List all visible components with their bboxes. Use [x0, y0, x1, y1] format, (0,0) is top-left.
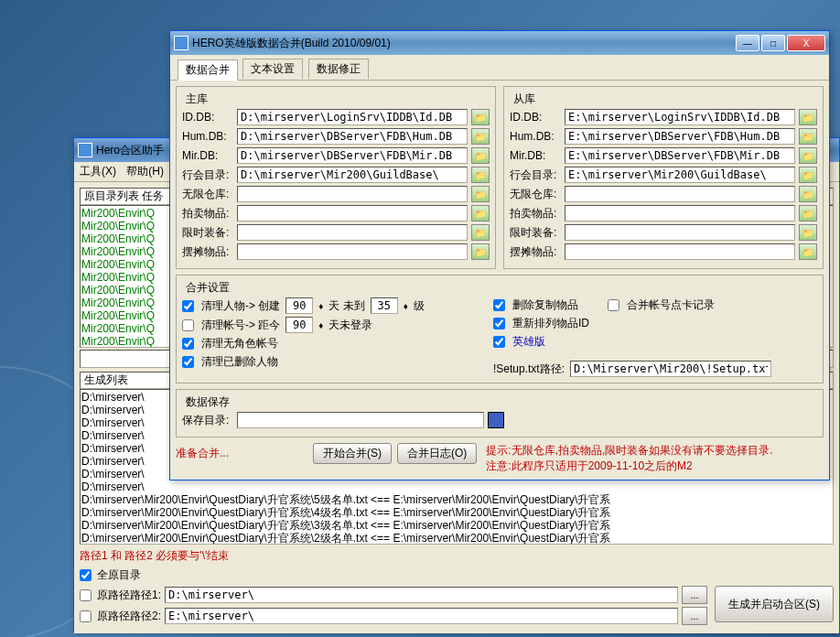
save-dir-label: 保存目录:: [182, 413, 233, 428]
main-mirdb-browse-button[interactable]: [471, 147, 490, 164]
main-auction-input[interactable]: [237, 205, 468, 221]
src-path2-checkbox[interactable]: [80, 610, 92, 622]
gen-list-label: 生成列表: [84, 373, 128, 386]
tab-merge[interactable]: 数据合并: [178, 59, 238, 81]
main-iddb-browse-button[interactable]: [471, 109, 490, 125]
sub-guild-input[interactable]: [565, 167, 795, 183]
sub-iddb-label: ID.DB:: [510, 111, 561, 124]
sub-stall-browse-button[interactable]: [799, 243, 817, 260]
list-item[interactable]: D:\mirserver\Mir200\Envir\QuestDiary\升官系…: [81, 506, 832, 519]
merge-titlebar[interactable]: HERO英雄版数据合并(Build 2010/09/01) — □ X: [170, 31, 829, 55]
tab-fix[interactable]: 数据修正: [308, 59, 369, 79]
src-path2-input[interactable]: [165, 608, 678, 624]
sub-db-legend: 从库: [510, 92, 539, 107]
minimize-button[interactable]: —: [736, 35, 759, 51]
acct-days-spinner[interactable]: [285, 317, 313, 333]
clean-acct-label: 清理帐号-> 距今: [201, 318, 280, 333]
browse-path2-button[interactable]: ...: [682, 607, 707, 625]
merge-settings-legend: 合并设置: [182, 280, 233, 296]
main-auction-browse-button[interactable]: [471, 205, 490, 221]
level-suffix-label: 级: [414, 298, 425, 314]
main-limited-input[interactable]: [237, 224, 468, 241]
src-path2-label: 原路径路径2:: [97, 609, 161, 624]
tab-text[interactable]: 文本设置: [242, 59, 303, 79]
main-humdb-label: Hum.DB:: [182, 130, 233, 143]
merge-settings-group: 合并设置 清理人物-> 创建 ♦ 天 未到 ♦ 级 清理帐号-> 距今 ♦: [176, 275, 824, 383]
sub-guild-label: 行会目录:: [510, 167, 561, 183]
sub-mirdb-browse-button[interactable]: [799, 147, 817, 164]
main-stall-input[interactable]: [237, 243, 468, 260]
start-merge-button[interactable]: 开始合并(S): [313, 443, 392, 464]
char-level-spinner[interactable]: [371, 297, 398, 314]
sub-auction-label: 拍卖物品:: [510, 206, 561, 221]
sub-stall-input[interactable]: [565, 243, 795, 260]
sub-mirdb-label: Mir.DB:: [510, 149, 561, 162]
del-dup-checkbox[interactable]: [493, 299, 505, 311]
sub-storage-input[interactable]: [565, 186, 795, 202]
sub-iddb-browse-button[interactable]: [799, 109, 817, 125]
menu-help[interactable]: 帮助(H): [126, 165, 164, 178]
src-path1-checkbox[interactable]: [80, 589, 92, 601]
main-guild-browse-button[interactable]: [471, 167, 490, 183]
clean-char-checkbox[interactable]: [182, 300, 194, 312]
main-humdb-input[interactable]: [237, 128, 468, 145]
save-icon[interactable]: [488, 412, 504, 428]
sub-limited-label: 限时装备:: [510, 225, 561, 241]
sub-iddb-input[interactable]: [565, 109, 795, 125]
list-item[interactable]: D:\mirserver\Mir200\Envir\QuestDiary\升官系…: [81, 493, 832, 506]
reorder-checkbox[interactable]: [493, 318, 505, 329]
tabbar: 数据合并 文本设置 数据修正: [170, 55, 829, 81]
sub-humdb-browse-button[interactable]: [799, 128, 817, 145]
sub-limited-browse-button[interactable]: [799, 224, 817, 241]
days-unreach-label: 天 未到: [328, 298, 364, 314]
setup-path-input[interactable]: [570, 361, 771, 377]
merge-window: HERO英雄版数据合并(Build 2010/09/01) — □ X 数据合并…: [169, 30, 830, 480]
sub-mirdb-input[interactable]: [565, 147, 795, 164]
main-storage-input[interactable]: [237, 186, 468, 202]
list-item[interactable]: D:\mirserver\: [81, 480, 832, 493]
sub-storage-browse-button[interactable]: [799, 186, 817, 202]
src-path1-input[interactable]: [165, 587, 678, 603]
merge-card-checkbox[interactable]: [608, 299, 619, 311]
merge-log-button[interactable]: 合并日志(O): [397, 443, 477, 464]
main-stall-label: 摆摊物品:: [182, 244, 233, 260]
main-auction-label: 拍卖物品:: [182, 206, 233, 221]
browse-path1-button[interactable]: ...: [682, 586, 707, 604]
char-days-spinner[interactable]: [285, 297, 313, 314]
main-limited-browse-button[interactable]: [471, 224, 490, 241]
hero-ver-checkbox[interactable]: [493, 336, 505, 348]
main-storage-label: 无限仓库:: [182, 187, 233, 202]
save-dir-input[interactable]: [237, 412, 484, 428]
clean-acct-checkbox[interactable]: [182, 319, 194, 331]
all-src-dir-checkbox[interactable]: [80, 569, 92, 581]
sub-limited-input[interactable]: [565, 224, 795, 241]
gen-start-button[interactable]: 生成并启动合区(S): [715, 586, 834, 622]
sub-humdb-input[interactable]: [565, 128, 795, 145]
clean-deleted-checkbox[interactable]: [182, 356, 194, 368]
setup-path-label: !Setup.txt路径:: [493, 362, 565, 377]
main-storage-browse-button[interactable]: [471, 186, 490, 202]
clean-char-label: 清理人物-> 创建: [201, 298, 280, 314]
src-list-label: 原目录列表 任务: [84, 189, 164, 202]
hint-line2: 注意:此程序只适用于2009-11-10之后的M2: [486, 459, 772, 474]
sub-stall-label: 摆摊物品:: [510, 244, 561, 260]
main-iddb-input[interactable]: [237, 109, 468, 125]
sub-auction-input[interactable]: [565, 205, 795, 221]
app-icon: [174, 36, 188, 50]
path-note: 路径1 和 路径2 必须要与'\'结束: [80, 548, 834, 564]
close-button[interactable]: X: [787, 35, 825, 51]
main-mirdb-input[interactable]: [237, 147, 468, 164]
clean-nochar-checkbox[interactable]: [182, 338, 194, 350]
sub-humdb-label: Hum.DB:: [510, 130, 561, 143]
sub-guild-browse-button[interactable]: [799, 167, 817, 183]
app-icon: [78, 143, 92, 157]
menu-tools[interactable]: 工具(X): [80, 165, 116, 178]
list-item[interactable]: D:\mirserver\Mir200\Envir\QuestDiary\升官系…: [81, 519, 832, 532]
main-db-legend: 主库: [182, 92, 211, 107]
main-humdb-browse-button[interactable]: [471, 128, 490, 145]
main-guild-input[interactable]: [237, 167, 468, 183]
sub-auction-browse-button[interactable]: [799, 205, 817, 221]
main-stall-browse-button[interactable]: [471, 243, 490, 260]
maximize-button[interactable]: □: [761, 35, 785, 51]
list-item[interactable]: D:\mirserver\Mir200\Envir\QuestDiary\升官系…: [81, 532, 832, 545]
